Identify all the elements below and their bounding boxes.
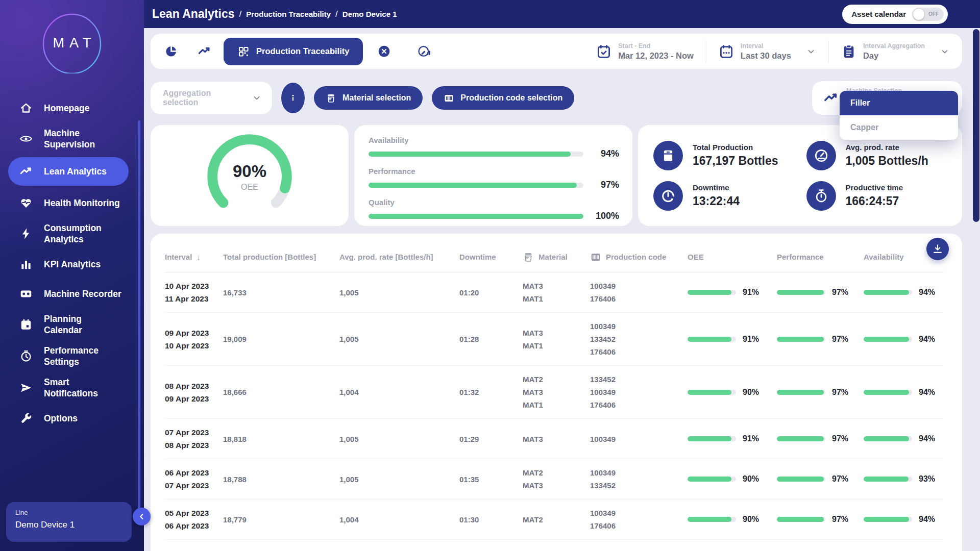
sidebar-item-label: SmartNotifications <box>44 377 98 399</box>
availability-bar: 94% <box>864 288 944 297</box>
production-code-selection-label: Production code selection <box>460 93 562 103</box>
sidebar-item-consumption-analytics[interactable]: ConsumptionAnalytics <box>0 218 137 249</box>
pie-chart-view-tab[interactable] <box>156 38 186 65</box>
interval-selector[interactable]: Interval Last 30 days <box>706 40 828 63</box>
downtime-cell: 01:32 <box>459 388 523 396</box>
avg-prod-rate-cell: 1,004 <box>339 388 459 396</box>
availability-bar-value: 94% <box>919 434 935 443</box>
clear-selection-button[interactable] <box>369 38 399 65</box>
info-icon <box>288 93 298 103</box>
traceability-table-card: Interval↓Total production [Bottles]Avg. … <box>151 234 962 551</box>
availability-bar-fill <box>864 517 909 522</box>
availability-bar: 94% <box>864 388 944 397</box>
column-header-material: Material <box>523 252 590 263</box>
production-traceability-tab[interactable]: Production Traceability <box>224 38 363 65</box>
sidebar-item-lean-analytics[interactable]: Lean Analytics <box>8 157 129 186</box>
interval-aggregation-selector[interactable]: Interval Aggregation Day <box>828 40 962 63</box>
asset-calendar-toggle-pill[interactable]: Asset calendar OFF <box>842 5 948 24</box>
date-controls: Start - End Mar 12, 2023 - Now Interval … <box>584 34 962 69</box>
sidebar-item-label: MachineSupervision <box>44 128 95 150</box>
interval-cell: 10 Apr 202311 Apr 2023 <box>165 280 223 305</box>
line-selector-card[interactable]: Line Demo Device 1 <box>6 502 132 542</box>
table-row: 08 Apr 202309 Apr 202318,6661,00401:32MA… <box>165 366 944 419</box>
column-header-interval[interactable]: Interval↓ <box>165 253 223 261</box>
production-icon <box>653 141 683 170</box>
barcode-icon <box>590 252 601 263</box>
kpi-row: 90% OEE Availability94%Performance97%Qua… <box>151 125 962 226</box>
availability-bar-track <box>864 436 912 441</box>
column-header-production-code: Production code <box>590 252 688 263</box>
availability-bar-fill <box>864 390 909 395</box>
column-label: Performance <box>777 253 824 261</box>
availability-bar: 94% <box>864 434 944 443</box>
settings-button[interactable] <box>955 7 971 22</box>
sidebar-item-planning-calendar[interactable]: PlanningCalendar <box>0 309 137 340</box>
home-icon <box>19 102 33 115</box>
column-label: Availability <box>864 253 904 261</box>
machine-option-filler[interactable]: Filler <box>840 91 958 115</box>
performance-bar-track <box>777 436 825 441</box>
availability-bar-label: Availability <box>369 136 619 144</box>
interval-label: Interval <box>741 42 791 49</box>
trend-view-tab[interactable] <box>189 38 219 65</box>
oee-bar-value: 90% <box>743 474 759 484</box>
oee-bar-fill <box>688 477 731 482</box>
avg-prod-rate-cell: 1,005 <box>339 288 459 297</box>
sidebar-collapse-button[interactable] <box>133 508 151 525</box>
aggregation-selection-dropdown[interactable]: Aggregation selection <box>151 82 272 114</box>
sidebar-item-kpi-analytics[interactable]: KPI Analytics <box>0 250 137 279</box>
sidebar-item-homepage[interactable]: Homepage <box>0 94 137 122</box>
availability-bar-fill <box>864 477 909 482</box>
info-button[interactable] <box>281 83 305 113</box>
close-circle-icon <box>377 44 391 58</box>
downtime-cell: 01:30 <box>459 515 523 524</box>
calendar-check-icon <box>596 44 611 59</box>
availability-bar: 94% <box>864 335 944 344</box>
production-traceability-tab-label: Production Traceability <box>256 46 349 56</box>
production-code-selection-button[interactable]: Production code selection <box>432 86 574 110</box>
line-chart-icon <box>823 90 839 106</box>
material-selection-button[interactable]: Material selection <box>314 86 423 110</box>
sidebar-item-machine-recorder[interactable]: Machine Recorder <box>0 280 137 308</box>
sidebar: MAT HomepageMachineSupervisionLean Analy… <box>0 0 144 551</box>
performance-bar-track <box>777 337 825 342</box>
availability-bar-group: Availability94% <box>369 136 619 159</box>
sidebar-item-label: Homepage <box>44 103 89 114</box>
oee-bar-fill <box>688 517 731 522</box>
total-production-cell: 18,788 <box>223 475 339 484</box>
machine-option-capper[interactable]: Capper <box>840 115 958 140</box>
oee-gauge-value: 90% <box>233 162 266 181</box>
stat-downtime: Downtime13:22:44 <box>653 176 806 216</box>
sidebar-item-health-monitoring[interactable]: Health Monitoring <box>0 189 137 217</box>
performance-bar-value: 97% <box>832 288 848 297</box>
interval-cell: 06 Apr 202307 Apr 2023 <box>165 466 223 492</box>
download-button[interactable] <box>926 238 949 260</box>
stat-value: 166:24:57 <box>846 194 903 208</box>
sidebar-scrollbar[interactable] <box>138 120 140 514</box>
stat-value: 167,197 Bottles <box>693 154 778 168</box>
page-scrollbar-thumb[interactable] <box>973 29 979 222</box>
quality-bar-label: Quality <box>369 198 619 207</box>
sidebar-item-machine-supervision[interactable]: MachineSupervision <box>0 123 137 154</box>
availability-bar-track <box>864 290 912 295</box>
quality-bar-group: Quality100% <box>369 198 619 221</box>
breadcrumb-device[interactable]: Demo Device 1 <box>342 10 397 18</box>
total-production-cell: 18,818 <box>223 435 339 443</box>
interval-aggregation-label: Interval Aggregation <box>863 42 925 49</box>
edit-chart-button[interactable] <box>409 38 439 65</box>
column-header-performance: Performance <box>777 253 864 261</box>
breadcrumb-section[interactable]: Production Traceability <box>246 10 331 18</box>
quality-bar-value: 100% <box>592 211 619 221</box>
date-range-selector[interactable]: Start - End Mar 12, 2023 - Now <box>584 40 706 63</box>
sidebar-item-performance-settings[interactable]: PerformanceSettings <box>0 341 137 371</box>
material-icon <box>523 252 534 263</box>
recorder-icon <box>19 287 33 300</box>
sidebar-item-options[interactable]: Options <box>0 404 137 433</box>
stat-value: 13:22:44 <box>693 194 740 208</box>
availability-bar-value: 94% <box>919 335 935 344</box>
performance-bar-fill <box>777 337 824 342</box>
performance-bar: 97% <box>777 335 864 344</box>
performance-bar-fill <box>777 477 824 482</box>
asset-calendar-switch[interactable]: OFF <box>912 8 944 21</box>
sidebar-item-smart-notifications[interactable]: SmartNotifications <box>0 372 137 403</box>
